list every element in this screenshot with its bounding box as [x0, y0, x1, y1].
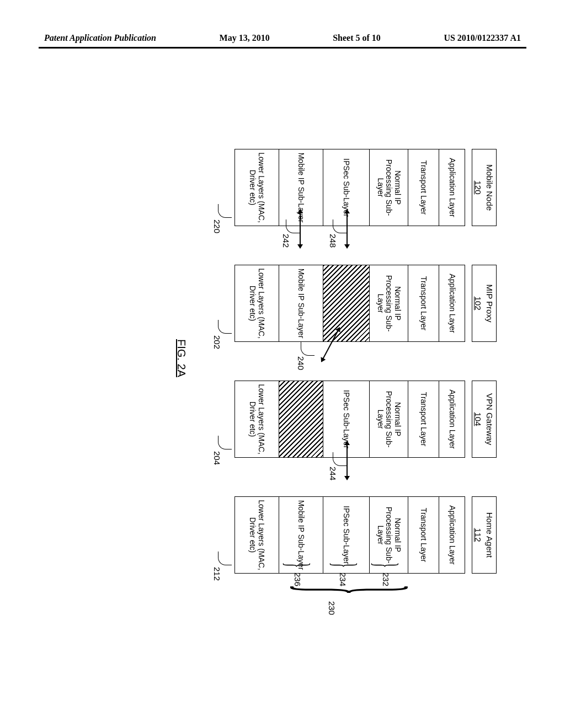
- sheet-number: Sheet 5 of 10: [333, 33, 381, 43]
- figure-2a: Mobile Node 120 Application Layer Transp…: [19, 146, 543, 576]
- brace-234: }: [326, 563, 365, 568]
- title-home-agent: Home Agent 112: [472, 496, 497, 574]
- page-header: Patent Application Publication May 13, 2…: [44, 33, 521, 43]
- layer-lower: Lower Layers (MAC, Driver etc): [235, 149, 279, 226]
- pub-label: Patent Application Publication: [44, 33, 156, 43]
- arrow-242: [300, 210, 301, 248]
- arrow-248: [347, 210, 348, 248]
- title-mobile-node: Mobile Node 120: [472, 149, 497, 226]
- layer-application: Application Layer: [439, 381, 465, 457]
- title-text: MIP Proxy: [485, 285, 494, 323]
- title-text: Home Agent: [485, 512, 494, 558]
- ref-240: 240: [296, 356, 306, 370]
- layer-mobile-ip: Mobile IP Sub-Layer: [279, 497, 323, 573]
- stack-mip-proxy: MIP Proxy 102 Application Layer Transpor…: [121, 265, 497, 342]
- header-rule: [39, 47, 526, 49]
- layer-normal-ip: Normal IP Processing Sub-Layer: [370, 149, 408, 226]
- layer-mobile-ip: Mobile IP Sub-Layer: [279, 149, 323, 226]
- arrow-244: [347, 441, 348, 480]
- ref-242: 242: [281, 234, 291, 248]
- leader-line: [218, 204, 232, 218]
- layer-lower: Lower Layers (MAC, Driver etc): [235, 381, 279, 457]
- ref-248: 248: [328, 234, 338, 248]
- title-mip-proxy: MIP Proxy 102: [472, 265, 497, 342]
- ref-232: 232: [381, 572, 391, 586]
- title-text: VPN Gateway: [485, 393, 494, 445]
- title-ref: 120: [473, 152, 483, 223]
- leader-line: [301, 342, 315, 356]
- layer-transport: Transport Layer: [408, 497, 439, 573]
- leader-line: [218, 320, 232, 334]
- layer-ipsec: IPSec Sub-Layer: [323, 497, 370, 573]
- layer-application: Application Layer: [439, 149, 465, 226]
- leader-line: [218, 552, 232, 565]
- layers-mobile-node: Application Layer Transport Layer Normal…: [234, 149, 465, 226]
- leader-line: [286, 220, 300, 233]
- brace-232: }: [367, 563, 407, 568]
- title-ref: 112: [473, 499, 483, 571]
- layer-transport: Transport Layer: [408, 265, 439, 341]
- layer-application: Application Layer: [439, 497, 465, 573]
- title-text: Mobile Node: [485, 164, 494, 211]
- leader-line: [333, 220, 347, 233]
- figure-caption: FIG. 2A: [175, 339, 188, 377]
- title-ref: 104: [473, 383, 483, 455]
- title-ref: 102: [473, 267, 483, 339]
- layer-transport: Transport Layer: [408, 381, 439, 457]
- stack-vpn-gateway: VPN Gateway 104 Application Layer Transp…: [121, 381, 497, 458]
- pub-date: May 13, 2010: [220, 33, 270, 43]
- ref-220: 220: [212, 220, 222, 233]
- ref-234: 234: [338, 572, 348, 586]
- ref-202: 202: [212, 335, 222, 349]
- layer-mobile-ip-disabled: [279, 381, 323, 457]
- layer-ipsec-disabled: [323, 265, 370, 341]
- layer-lower: Lower Layers (MAC, Driver etc): [235, 497, 279, 573]
- layer-application: Application Layer: [439, 265, 465, 341]
- layers-vpn-gateway: Application Layer Transport Layer Normal…: [234, 381, 465, 458]
- layer-normal-ip: Normal IP Processing Sub-Layer: [370, 265, 408, 341]
- layer-normal-ip: Normal IP Processing Sub-Layer: [370, 381, 408, 457]
- leader-line: [333, 452, 347, 466]
- ref-236: 236: [293, 572, 302, 586]
- ref-204: 204: [212, 451, 222, 465]
- layer-normal-ip: Normal IP Processing Sub-Layer: [370, 497, 408, 573]
- layers-mip-proxy: Application Layer Transport Layer Normal…: [234, 265, 465, 342]
- stack-mobile-node: Mobile Node 120 Application Layer Transp…: [121, 149, 497, 226]
- layer-lower: Lower Layers (MAC, Driver etc): [235, 265, 279, 341]
- layer-transport: Transport Layer: [408, 149, 439, 226]
- ref-212: 212: [212, 567, 222, 581]
- leader-line: [218, 436, 232, 449]
- brace-236: }: [279, 563, 318, 568]
- title-vpn-gateway: VPN Gateway 104: [472, 381, 497, 458]
- layer-mobile-ip: Mobile IP Sub-Layer: [279, 265, 323, 341]
- ref-230: 230: [327, 601, 337, 615]
- ref-244: 244: [328, 467, 338, 480]
- publication-number: US 2010/0122337 A1: [444, 33, 521, 43]
